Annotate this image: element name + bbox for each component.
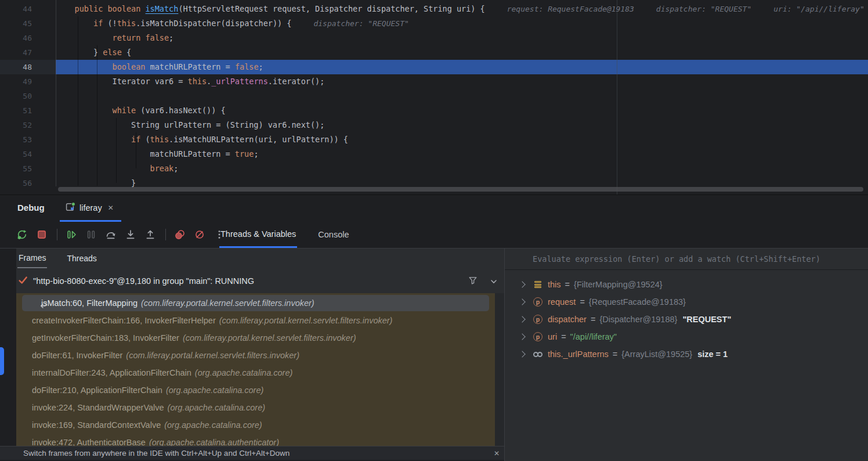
evaluate-expression-field[interactable]: Evaluate expression (Enter) or add a wat… <box>505 248 868 270</box>
line-number: 53 <box>0 132 56 147</box>
banner-text: Switch frames from anywhere in the IDE w… <box>23 449 290 458</box>
frame-package: (org.apache.catalina.core) <box>168 403 265 412</box>
variable-extra-value: "REQUEST" <box>682 315 731 324</box>
code-text: boolean matchURLPattern = false; <box>56 60 868 74</box>
param-icon: p <box>532 332 544 342</box>
chevron-down-icon[interactable] <box>489 277 498 288</box>
tab-frames[interactable]: Frames <box>17 248 47 268</box>
toolwindow-stripe <box>0 248 16 461</box>
equals-sign: = <box>613 350 617 359</box>
thread-running-check-icon <box>18 275 28 287</box>
mute-breakpoints-button[interactable] <box>193 228 207 242</box>
frames-scrollbar[interactable] <box>495 293 504 446</box>
line-number: 51 <box>0 103 56 118</box>
ide-debug-window: 44 public boolean isMatch(HttpServletReq… <box>0 0 868 461</box>
variables-panel: Evaluate expression (Enter) or add a wat… <box>505 248 868 461</box>
resume-button[interactable] <box>64 228 78 242</box>
thread-selector[interactable]: "http-bio-8080-exec-9"@19,180 in group "… <box>16 268 504 293</box>
variables-list: this={FilterMapping@19524}prequest={Requ… <box>505 270 868 363</box>
hint-banner: Switch frames from anywhere in the IDE w… <box>0 446 504 460</box>
frame-location: getInvokerFilterChain:183, InvokerFilter <box>32 333 179 343</box>
equals-sign: = <box>561 332 566 341</box>
inline-debugger-hint: dispatcher: "REQUEST" <box>313 19 408 28</box>
toolbar-separator <box>165 229 166 240</box>
code-text: matchURLPattern = true; <box>56 147 868 161</box>
pause-button[interactable] <box>84 228 98 242</box>
tab-debug-session-liferay[interactable]: liferay ✕ <box>60 196 121 222</box>
variable-value: {Dispatcher@19188} <box>599 315 677 324</box>
variable-name: request <box>548 297 576 307</box>
step-into-button[interactable] <box>124 228 138 242</box>
expand-chevron-icon[interactable] <box>519 281 525 287</box>
debugger-view-tabs: Threads & Variables Console <box>219 221 350 248</box>
stack-frame-row[interactable]: internalDoFilter:243, ApplicationFilterC… <box>16 364 495 381</box>
frame-location: isMatch:60, FilterMapping <box>41 298 138 308</box>
frame-package: (org.apache.catalina.core) <box>195 368 292 377</box>
stack-frame-row[interactable]: invoke:169, StandardContextValve(org.apa… <box>16 416 495 434</box>
gutter-separator <box>56 0 56 186</box>
stack-frame-row[interactable]: invoke:224, StandardWrapperValve(org.apa… <box>16 399 495 416</box>
code-text: Iterator var6 = this._urlPatterns.iterat… <box>56 74 868 89</box>
stack-frame-row[interactable]: getInvokerFilterChain:183, InvokerFilter… <box>16 329 495 347</box>
code-text: public boolean isMatch(HttpServletReques… <box>56 2 868 16</box>
variable-row-request[interactable]: prequest={RequestFacade@19183} <box>505 293 868 311</box>
stack-frame-row[interactable]: invoke:472, AuthenticatorBase(org.apache… <box>16 434 495 446</box>
stack-frame-row[interactable]: isMatch:60, FilterMapping(com.liferay.po… <box>16 294 495 312</box>
equals-sign: = <box>565 280 570 289</box>
variable-name: uri <box>548 332 557 341</box>
inline-debugger-hint: uri: "/api//liferay" <box>773 5 865 13</box>
expand-chevron-icon[interactable] <box>519 333 525 340</box>
frame-package: (com.liferay.portal.kernel.servlet.filte… <box>219 316 393 325</box>
expand-chevron-icon[interactable] <box>519 351 525 357</box>
expand-chevron-icon[interactable] <box>519 298 525 305</box>
debug-toolwindow-header: Debug liferay ✕ <box>0 195 868 221</box>
code-line-47: 47 } else { <box>0 45 868 60</box>
rerun-debug-button[interactable] <box>15 228 29 242</box>
tab-threads-and-variables[interactable]: Threads & Variables <box>219 221 297 248</box>
variable-value: {RequestFacade@19183} <box>589 297 686 307</box>
frame-location: invoke:224, StandardWrapperValve <box>32 403 164 412</box>
frames-threads-tabs: Frames Threads <box>16 248 117 268</box>
stack-frame-row[interactable]: doFilter:210, ApplicationFilterChain(org… <box>16 381 495 399</box>
tab-threads[interactable]: Threads <box>66 248 97 268</box>
editor-horizontal-scrollbar[interactable] <box>58 187 863 192</box>
code-editor[interactable]: 44 public boolean isMatch(HttpServletReq… <box>0 0 868 195</box>
variable-row-uri[interactable]: puri="/api//liferay" <box>505 328 868 345</box>
run-config-debug-icon <box>66 202 75 214</box>
line-number: 48 <box>0 60 56 74</box>
code-line-48: 48 boolean matchURLPattern = false; <box>0 60 868 74</box>
stack-frame-row[interactable]: createInvokerFilterChain:166, InvokerFil… <box>16 312 495 329</box>
evaluate-placeholder: Evaluate expression (Enter) or add a wat… <box>533 254 820 264</box>
code-text: if (!this.isMatchDispatcher(dispatcher))… <box>56 16 868 31</box>
active-toolwindow-indicator <box>0 347 4 375</box>
line-number: 46 <box>0 31 56 45</box>
frame-package: (com.liferay.portal.kernel.servlet.filte… <box>141 298 314 308</box>
stack-frame-row[interactable]: doFilter:61, InvokerFilter(com.liferay.p… <box>16 347 495 364</box>
close-session-tab-icon[interactable]: ✕ <box>108 204 114 212</box>
view-breakpoints-button[interactable] <box>173 228 187 242</box>
step-over-button[interactable] <box>104 228 118 242</box>
variable-value: "/api//liferay" <box>570 332 617 341</box>
inline-debugger-hint: dispatcher: "REQUEST" <box>656 5 751 13</box>
variable-row-this--urlPatterns[interactable]: this._urlPatterns={ArrayList@19525}size … <box>505 345 868 363</box>
frame-location: doFilter:210, ApplicationFilterChain <box>32 386 162 395</box>
inline-debugger-hint: request: RequestFacade@19183 <box>507 5 634 13</box>
banner-close-icon[interactable]: ✕ <box>494 449 500 458</box>
variable-row-dispatcher[interactable]: pdispatcher={Dispatcher@19188}"REQUEST" <box>505 311 868 328</box>
line-number: 44 <box>0 2 56 16</box>
indent-guide <box>78 16 78 186</box>
frames-panel: Frames Threads "http-bio-8080-exec-9"@19… <box>16 248 504 446</box>
stop-button[interactable] <box>35 228 49 242</box>
line-number: 49 <box>0 74 56 89</box>
code-line-50: 50 <box>0 89 868 103</box>
frame-package: (com.liferay.portal.kernel.servlet.filte… <box>126 351 299 360</box>
line-number: 45 <box>0 16 56 31</box>
debug-title: Debug <box>17 203 45 213</box>
filter-icon[interactable] <box>468 276 478 287</box>
variable-row-this[interactable]: this={FilterMapping@19524} <box>505 276 868 293</box>
tab-console[interactable]: Console <box>317 221 350 248</box>
expand-chevron-icon[interactable] <box>519 316 525 322</box>
code-text <box>56 89 868 103</box>
step-out-button[interactable] <box>143 228 157 242</box>
frame-package: (com.liferay.portal.kernel.servlet.filte… <box>183 333 356 343</box>
